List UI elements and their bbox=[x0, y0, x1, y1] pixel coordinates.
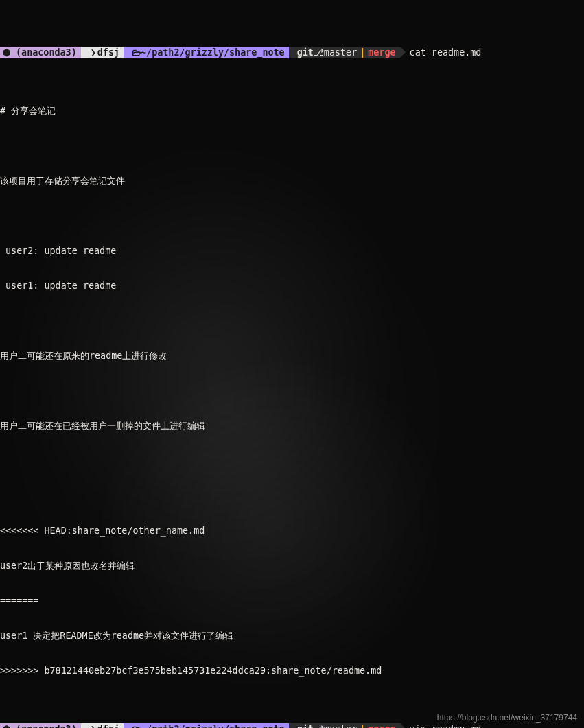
command-text: vim readme.md bbox=[400, 723, 482, 728]
output-line: user1: update readme bbox=[0, 280, 584, 292]
conflict-marker-head: <<<<<<< HEAD:share_note/other_name.md bbox=[0, 525, 584, 537]
output-line: 该项目用于存储分享会笔记文件 bbox=[0, 175, 584, 187]
output-line: 用户二可能还在原来的readme上进行修改 bbox=[0, 350, 584, 362]
conflict-marker-sep: ======= bbox=[0, 595, 584, 607]
path-segment: 🗁~/path2/grizzly/share_note bbox=[124, 47, 289, 58]
output-line: 用户二可能还在已经被用户一删掉的文件上进行编辑 bbox=[0, 420, 584, 432]
output-line: user2: update readme bbox=[0, 245, 584, 257]
watermark: https://blog.csdn.net/weixin_37179744 bbox=[437, 712, 577, 724]
folder-icon: 🗁 bbox=[132, 47, 141, 58]
prompt-line: ⬢ (anaconda3) ❯dfsj 🗁~/path2/grizzly/sha… bbox=[0, 723, 584, 728]
env-segment: ⬢ (anaconda3) bbox=[0, 47, 81, 58]
output-line: user1 决定把README改为readme并对该文件进行了编辑 bbox=[0, 630, 584, 642]
output-line: # 分享会笔记 bbox=[0, 105, 584, 117]
host-segment: ❯dfsj bbox=[81, 47, 124, 58]
terminal[interactable]: ⬢ (anaconda3) ❯dfsj 🗁~/path2/grizzly/sha… bbox=[0, 0, 584, 728]
output-line: user2出于某种原因也改名并编辑 bbox=[0, 560, 584, 572]
branch-icon: ⎇ bbox=[314, 47, 324, 58]
conflict-marker-incoming: >>>>>>> b78121440eb27bcf3e575beb145731e2… bbox=[0, 665, 584, 677]
command-text: cat readme.md bbox=[400, 47, 482, 58]
git-segment: git ⎇ master | merge bbox=[289, 47, 400, 58]
prompt-line: ⬢ (anaconda3) ❯dfsj 🗁~/path2/grizzly/sha… bbox=[0, 47, 584, 58]
